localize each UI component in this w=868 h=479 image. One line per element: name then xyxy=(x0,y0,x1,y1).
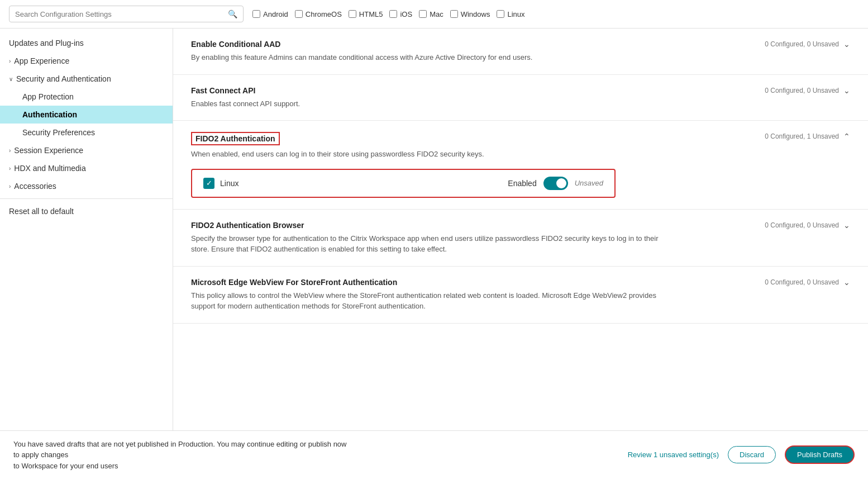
setting-meta-ms-edge: 0 Configured, 0 Unsaved ⌄ xyxy=(765,278,850,287)
sidebar-item-label: Updates and Plug-ins xyxy=(9,39,84,48)
setting-desc-cond-aad: By enabling this feature Admins can mand… xyxy=(191,52,532,63)
review-unsaved-link[interactable]: Review 1 unsaved setting(s) xyxy=(628,450,719,459)
expand-ms-edge-button[interactable]: ⌄ xyxy=(843,278,850,287)
setting-title-fast-connect: Fast Connect API xyxy=(191,86,300,95)
bottom-bar: You have saved drafts that are not yet p… xyxy=(0,430,868,480)
setting-header-cond-aad: Enable Conditional AAD By enabling this … xyxy=(191,40,850,63)
linux-platform-label: Linux xyxy=(220,179,239,188)
chevron-right-icon-hdx: › xyxy=(9,165,11,172)
sidebar-item-label: HDX and Multimedia xyxy=(14,164,85,173)
sidebar-item-label: Authentication xyxy=(22,110,77,119)
setting-meta-fido2-browser: 0 Configured, 0 Unsaved ⌄ xyxy=(765,221,850,230)
sidebar: Updates and Plug-ins › App Experience ∨ … xyxy=(0,29,173,430)
expand-fido2-browser-button[interactable]: ⌄ xyxy=(843,221,850,230)
enabled-label: Enabled xyxy=(508,179,536,188)
sidebar-item-app-protection[interactable]: App Protection xyxy=(0,88,173,106)
sidebar-item-label: Security Preferences xyxy=(22,128,95,137)
sidebar-item-app-experience[interactable]: › App Experience xyxy=(0,52,173,70)
setting-section-ms-edge: Microsoft Edge WebView For StoreFront Au… xyxy=(173,267,868,324)
sidebar-item-label: Session Experience xyxy=(14,146,83,155)
sidebar-item-authentication[interactable]: Authentication xyxy=(0,106,173,124)
configured-count-fido2b: 0 Configured, 0 Unsaved xyxy=(765,221,839,229)
setting-header-ms-edge: Microsoft Edge WebView For StoreFront Au… xyxy=(191,278,850,312)
setting-section-conditional-aad: Enable Conditional AAD By enabling this … xyxy=(173,29,868,75)
setting-title-area-ms-edge: Microsoft Edge WebView For StoreFront Au… xyxy=(191,278,671,312)
setting-meta-fido2: 0 Configured, 1 Unsaved ⌃ xyxy=(765,132,850,141)
fido2-toggle[interactable] xyxy=(543,177,568,190)
bottom-bar-actions: Review 1 unsaved setting(s) Discard Publ… xyxy=(628,445,855,464)
expand-fast-connect-button[interactable]: ⌄ xyxy=(843,86,850,95)
setting-header-fido2-browser: FIDO2 Authentication Browser Specify the… xyxy=(191,221,850,255)
configured-count-fc: 0 Configured, 0 Unsaved xyxy=(765,87,839,94)
linux-checkbox[interactable]: ✓ xyxy=(203,178,214,189)
sidebar-item-accessories[interactable]: › Accessories xyxy=(0,177,173,195)
setting-title-area: Enable Conditional AAD By enabling this … xyxy=(191,40,532,63)
sidebar-item-label: Security and Authentication xyxy=(16,74,111,83)
publish-drafts-button[interactable]: Publish Drafts xyxy=(785,445,855,464)
setting-title-fido2: FIDO2 Authentication xyxy=(191,132,280,145)
platform-filters: Android ChromeOS HTML5 iOS Mac Windows L… xyxy=(252,10,525,18)
configured-count-cond-aad: 0 Configured, 0 Unsaved xyxy=(765,40,839,48)
setting-header-fido2: FIDO2 Authentication When enabled, end u… xyxy=(191,132,850,160)
platform-filter-android[interactable]: Android xyxy=(252,10,288,18)
content-area: Enable Conditional AAD By enabling this … xyxy=(173,29,868,430)
header: 🔍 Android ChromeOS HTML5 iOS Mac Windows… xyxy=(0,0,868,29)
sidebar-item-security-prefs[interactable]: Security Preferences xyxy=(0,124,173,141)
setting-meta-fast-connect: 0 Configured, 0 Unsaved ⌄ xyxy=(765,86,850,95)
setting-header-fast-connect: Fast Connect API Enables fast connect AP… xyxy=(191,86,850,110)
setting-title-fido2-browser: FIDO2 Authentication Browser xyxy=(191,221,671,230)
sidebar-item-label: Accessories xyxy=(14,182,56,191)
platform-filter-windows[interactable]: Windows xyxy=(450,10,490,18)
bottom-bar-message: You have saved drafts that are not yet p… xyxy=(13,439,349,472)
platform-filter-chromeos[interactable]: ChromeOS xyxy=(295,10,342,18)
platform-filter-ios[interactable]: iOS xyxy=(389,10,412,18)
setting-section-fido2: FIDO2 Authentication When enabled, end u… xyxy=(173,121,868,210)
chevron-right-icon-acc: › xyxy=(9,183,11,189)
configured-count-ms-edge: 0 Configured, 0 Unsaved xyxy=(765,278,839,286)
sidebar-item-session-exp[interactable]: › Session Experience xyxy=(0,141,173,159)
search-box[interactable]: 🔍 xyxy=(9,6,244,22)
setting-title-ms-edge: Microsoft Edge WebView For StoreFront Au… xyxy=(191,278,671,287)
setting-title-area-fido2b: FIDO2 Authentication Browser Specify the… xyxy=(191,221,671,255)
sidebar-divider xyxy=(0,198,173,199)
setting-meta-cond-aad: 0 Configured, 0 Unsaved ⌄ xyxy=(765,40,850,49)
chevron-right-icon-session: › xyxy=(9,148,11,154)
chevron-right-icon: › xyxy=(9,58,11,64)
search-input[interactable] xyxy=(15,10,225,18)
sidebar-item-hdx[interactable]: › HDX and Multimedia xyxy=(0,159,173,177)
fido2-platform-row-left: ✓ Linux xyxy=(203,178,239,189)
setting-desc-ms-edge: This policy allows to control the WebVie… xyxy=(191,290,671,312)
platform-filter-linux[interactable]: Linux xyxy=(497,10,524,18)
reset-all-link[interactable]: Reset all to default xyxy=(0,202,173,220)
unsaved-label: Unsaved xyxy=(575,179,603,187)
setting-desc-fido2-browser: Specify the browser type for authenticat… xyxy=(191,233,671,255)
platform-filter-mac[interactable]: Mac xyxy=(419,10,443,18)
collapse-fido2-button[interactable]: ⌃ xyxy=(843,132,850,141)
fido2-platform-row: ✓ Linux Enabled Unsaved xyxy=(191,169,616,198)
setting-section-fast-connect: Fast Connect API Enables fast connect AP… xyxy=(173,75,868,121)
chevron-down-icon: ∨ xyxy=(9,76,13,82)
toggle-slider xyxy=(543,177,568,190)
sidebar-item-updates[interactable]: Updates and Plug-ins xyxy=(0,34,173,52)
setting-desc-fido2: When enabled, end users can log in to th… xyxy=(191,149,484,160)
fido2-platform-row-right: Enabled Unsaved xyxy=(508,177,603,190)
configured-count-fido2: 0 Configured, 1 Unsaved xyxy=(765,132,839,140)
main-content: Updates and Plug-ins › App Experience ∨ … xyxy=(0,29,868,430)
expand-cond-aad-button[interactable]: ⌄ xyxy=(843,40,850,49)
setting-desc-fast-connect: Enables fast connect API support. xyxy=(191,98,300,110)
setting-title-area-fido2: FIDO2 Authentication When enabled, end u… xyxy=(191,132,484,160)
platform-filter-html5[interactable]: HTML5 xyxy=(349,10,383,18)
search-icon: 🔍 xyxy=(228,10,237,18)
sidebar-item-label: App Experience xyxy=(14,56,69,65)
sidebar-item-security-auth[interactable]: ∨ Security and Authentication xyxy=(0,70,173,88)
setting-title-area-fc: Fast Connect API Enables fast connect AP… xyxy=(191,86,300,110)
setting-section-fido2-browser: FIDO2 Authentication Browser Specify the… xyxy=(173,210,868,267)
setting-title-cond-aad: Enable Conditional AAD xyxy=(191,40,532,49)
app-container: 🔍 Android ChromeOS HTML5 iOS Mac Windows… xyxy=(0,0,868,479)
sidebar-item-label: App Protection xyxy=(22,92,74,101)
fido2-expanded-area: ✓ Linux Enabled Unsaved xyxy=(191,169,850,198)
discard-button[interactable]: Discard xyxy=(728,446,776,463)
